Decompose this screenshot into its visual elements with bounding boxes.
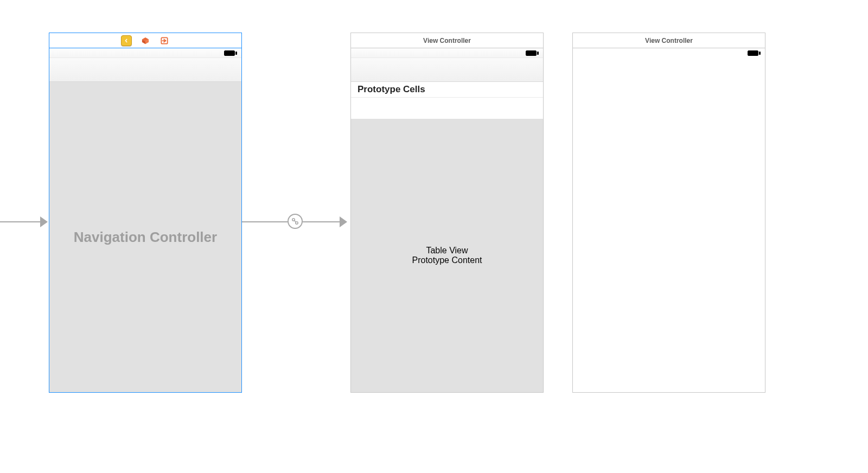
table-view-controller-scene[interactable]: View Controller Prototype Cells Table Vi… <box>350 33 544 393</box>
exit-icon[interactable] <box>159 35 170 46</box>
segue-line <box>303 221 342 222</box>
first-responder-cube-icon[interactable] <box>140 35 151 46</box>
status-bar <box>49 48 241 58</box>
root-view[interactable] <box>573 58 765 392</box>
placeholder-sublabel: Prototype Content <box>412 255 482 265</box>
placeholder-label: Navigation Controller <box>74 229 217 246</box>
navigation-bar[interactable] <box>351 58 543 82</box>
shield-chevron-left-icon[interactable] <box>121 35 132 46</box>
scene-dock[interactable] <box>49 33 241 48</box>
battery-icon <box>748 50 761 56</box>
scene-dock[interactable]: View Controller <box>573 33 765 48</box>
segue-relationship-icon[interactable] <box>288 214 303 229</box>
navigation-controller-scene[interactable]: Navigation Controller <box>49 33 242 393</box>
storyboard-entry-arrow-head <box>40 216 48 227</box>
prototype-cells-header: Prototype Cells <box>351 82 543 97</box>
scene-body[interactable]: Navigation Controller <box>49 82 241 392</box>
battery-icon <box>526 50 539 56</box>
placeholder-label: Table View <box>426 246 468 255</box>
prototype-cells-section[interactable]: Prototype Cells <box>351 82 543 119</box>
status-bar <box>573 48 765 58</box>
storyboard-entry-arrow[interactable] <box>0 221 42 222</box>
scene-dock-title: View Controller <box>645 37 693 44</box>
view-controller-scene[interactable]: View Controller <box>572 33 765 393</box>
battery-icon <box>224 50 237 56</box>
status-bar <box>351 48 543 58</box>
segue-arrow-head <box>340 216 347 227</box>
segue-line[interactable] <box>242 221 288 222</box>
navigation-bar[interactable] <box>49 58 241 82</box>
prototype-cell[interactable] <box>351 97 543 119</box>
scene-dock-title: View Controller <box>423 37 471 44</box>
scene-dock[interactable]: View Controller <box>351 33 543 48</box>
svg-line-2 <box>295 221 296 222</box>
table-view-body[interactable]: Table View Prototype Content <box>351 119 543 392</box>
